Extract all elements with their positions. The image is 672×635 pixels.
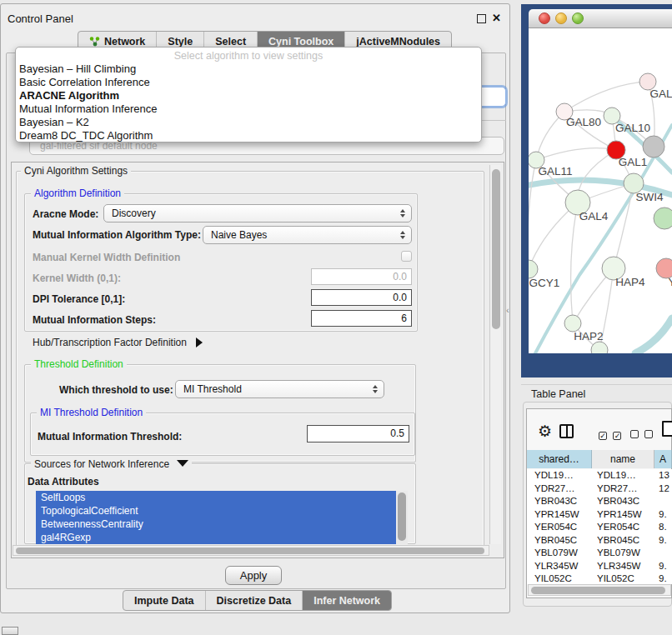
tab-infer-network[interactable]: Infer Network (302, 591, 391, 610)
apply-button[interactable]: Apply (225, 566, 282, 585)
tab-label: Select (215, 36, 246, 48)
dpi-tolerance-input[interactable]: 0.0 (311, 289, 412, 306)
mi-threshold-input[interactable]: 0.5 (307, 425, 409, 442)
which-threshold-combobox[interactable]: MI Threshold (175, 380, 384, 398)
attributes-vscrollbar[interactable] (396, 491, 408, 544)
aracne-mode-label: Aracne Mode: (33, 208, 98, 220)
table-cell: YBR045C (534, 534, 599, 548)
unselect-all-columns-icon[interactable] (630, 427, 653, 442)
network-node-label: GAL1 (619, 156, 648, 168)
algorithm-option[interactable]: Bayesian – Hill Climbing (16, 62, 481, 76)
combo-spinner-icon (400, 231, 405, 239)
table-row[interactable]: YLR345WYLR345W9. (527, 560, 672, 573)
table-hscrollbar-thumb[interactable] (531, 587, 665, 594)
infer-tabbar: Impute DataDiscretize DataInfer Network (123, 590, 392, 611)
sources-title-row[interactable]: Sources for Network Inference (31, 458, 192, 470)
algorithm-dropdown-popup: Select algorithm to view settings Bayesi… (15, 47, 482, 142)
export-table-icon[interactable] (662, 421, 672, 437)
tab-discretize-data[interactable]: Discretize Data (205, 591, 303, 610)
network-node[interactable] (591, 342, 608, 353)
network-node-label: GCY1 (529, 277, 560, 289)
table-cell: YER054C (597, 521, 659, 534)
algorithm-option[interactable]: Dream8 DC_TDC Algorithm (16, 129, 481, 142)
network-icon (89, 36, 100, 47)
network-node[interactable] (643, 136, 664, 158)
gear-icon[interactable]: ⚙ (538, 423, 552, 439)
attributes-vscrollbar-thumb[interactable] (398, 492, 406, 541)
mi-algorithm-type-combobox[interactable]: Naive Bayes (203, 226, 412, 244)
minimized-window[interactable] (2, 627, 18, 635)
minimize-traffic-light-icon[interactable] (555, 12, 567, 24)
table-row[interactable]: YDR27…YDR27…12 (527, 482, 672, 496)
mi-steps-input[interactable]: 6 (311, 310, 412, 327)
close-traffic-light-icon[interactable] (539, 12, 550, 24)
settings-vscrollbar[interactable] (489, 165, 501, 544)
kernel-width-input[interactable]: 0.0 (311, 268, 412, 285)
tab-label: Style (168, 36, 193, 48)
table-row[interactable]: YER054CYER054C8. (527, 521, 672, 534)
data-attribute-item[interactable]: TopologicalCoefficient (36, 504, 408, 518)
column-chooser-icon[interactable] (559, 424, 574, 438)
table-row[interactable]: YIL052CYIL052C9. (527, 572, 672, 584)
settings-vscrollbar-thumb[interactable] (492, 169, 500, 329)
table-row[interactable]: YBR045CYBR045C9. (527, 534, 672, 548)
tab-impute-data[interactable]: Impute Data (123, 591, 205, 610)
zoom-traffic-light-icon[interactable] (572, 12, 584, 24)
close-icon[interactable]: ✕ (492, 12, 501, 24)
threshold-definition-title: Threshold Definition (31, 358, 127, 370)
checked-box-icon: ✓ (613, 432, 621, 440)
table-row[interactable]: YBL079WYBL079W (527, 547, 672, 560)
combo-spinner-icon (400, 209, 405, 218)
network-node[interactable] (564, 315, 581, 332)
network-edge (564, 82, 648, 112)
dpi-tolerance-label: DPI Tolerance [0,1]: (33, 293, 125, 305)
table-row[interactable]: YPR145WYPR145W9. (527, 508, 672, 522)
table-row[interactable]: YDL19…YDL19…13 (527, 469, 672, 482)
settings-hscrollbar[interactable] (13, 545, 489, 556)
manual-kernel-checkbox[interactable] (401, 251, 412, 262)
network-node-label: SWI4 (635, 191, 663, 203)
unchecked-box-icon (630, 430, 639, 438)
network-node[interactable] (654, 208, 672, 229)
network-graph[interactable]: GALGAL80GAL10GAL1GAL11SWI4GAL4GCY1HAP4YH… (529, 28, 672, 353)
algorithm-option[interactable]: Mutual Information Inference (16, 102, 481, 116)
kernel-width-label: Kernel Width (0,1): (33, 272, 121, 284)
divider-collapse-handle[interactable]: ‹ (506, 305, 509, 315)
select-all-columns-icon[interactable]: ✓ ✓ (599, 427, 621, 442)
which-threshold-value: MI Threshold (183, 383, 242, 395)
table-column-header[interactable]: name (592, 450, 654, 468)
table-row[interactable]: YBR043CYBR043C (527, 495, 672, 508)
settings-hscrollbar-thumb[interactable] (16, 548, 484, 554)
table-cell: 12 (659, 482, 672, 496)
table-cell: 9. (659, 508, 672, 522)
data-attribute-item[interactable]: gal4RGexp (36, 531, 408, 544)
table-cell: YBL079W (597, 547, 659, 560)
data-attribute-item[interactable]: SelfLoops (36, 491, 408, 504)
network-node-label: GAL10 (615, 122, 650, 134)
algorithm-option[interactable]: ARACNE Algorithm (16, 89, 481, 102)
manual-kernel-label: Manual Kernel Width Definition (33, 252, 180, 263)
algorithm-option[interactable]: Basic Correlation Inference (16, 76, 481, 89)
table-column-header[interactable]: shared… (527, 450, 592, 468)
float-window-icon[interactable] (477, 14, 486, 23)
algorithm-option[interactable]: Bayesian – K2 (16, 116, 481, 129)
hub-definition-expander[interactable]: Hub/Transcription Factor Definition (33, 337, 203, 348)
table-cell: 9. (659, 560, 672, 573)
mi-threshold-definition-title: MI Threshold Definition (37, 407, 146, 418)
tab-label: Impute Data (134, 595, 194, 607)
aracne-mode-combobox[interactable]: Discovery (103, 204, 412, 222)
data-attributes-list[interactable]: SelfLoopsTopologicalCoefficientBetweenne… (36, 491, 408, 544)
network-node[interactable] (529, 260, 538, 278)
network-window-titlebar[interactable] (529, 9, 672, 28)
tab-label: Infer Network (313, 595, 380, 607)
data-attributes-label: Data Attributes (28, 476, 99, 488)
sources-title: Sources for Network Inference (34, 458, 169, 470)
table-cell: YBR043C (534, 495, 599, 508)
data-attribute-item[interactable]: BetweennessCentrality (36, 518, 408, 531)
table-hscrollbar[interactable] (528, 584, 671, 596)
table-column-header[interactable]: A (654, 450, 672, 468)
table-cell: YER054C (534, 521, 599, 534)
cyni-algorithm-settings-title: Cyni Algorithm Settings (21, 165, 131, 177)
network-edge (571, 202, 578, 323)
network-canvas[interactable]: GALGAL80GAL10GAL1GAL11SWI4GAL4GCY1HAP4YH… (529, 28, 672, 353)
